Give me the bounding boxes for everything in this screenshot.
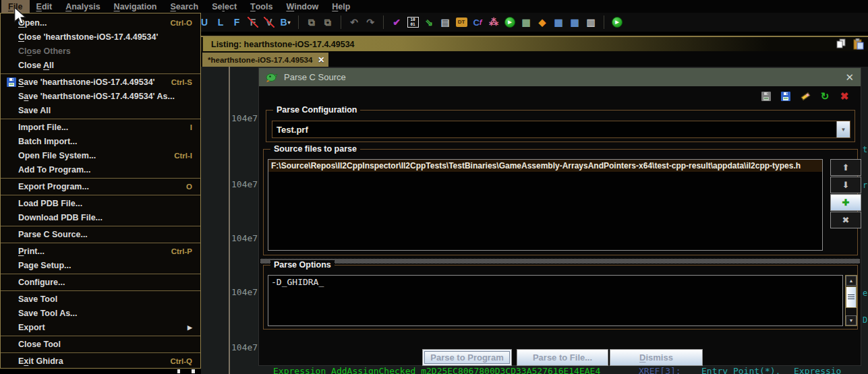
- parse-options-textarea[interactable]: -D_GHIDRA_: [268, 275, 843, 326]
- table-export-icon[interactable]: ▦: [569, 16, 581, 28]
- menu-shortcut: Ctrl-Q: [158, 357, 192, 365]
- toolbar-separator: [604, 15, 604, 29]
- snapshot-out-icon[interactable]: ⧉: [322, 16, 334, 28]
- delete-profile-icon[interactable]: ✖: [838, 90, 851, 102]
- menu-item-print[interactable]: Print...Ctrl-P: [1, 244, 200, 258]
- snapshot-in-icon[interactable]: ⧉: [306, 16, 318, 28]
- menu-item-label: Exit Ghidra: [18, 356, 63, 366]
- menu-item-download-pdb-file[interactable]: Download PDB File...: [1, 210, 200, 224]
- menubar-item-help[interactable]: Help: [325, 0, 357, 13]
- import-arrow-icon[interactable]: ⇘: [423, 16, 435, 28]
- tab-close-icon[interactable]: ✕: [318, 55, 324, 65]
- tab-hearthstone[interactable]: *hearthstone-iOS-17.4.49534 ✕: [202, 53, 328, 67]
- binary-view-icon[interactable]: 1001: [407, 16, 419, 28]
- scrollbar-thumb[interactable]: [846, 286, 857, 308]
- listing-xref-label: XREF[3]:: [639, 366, 681, 374]
- remove-file-button[interactable]: ✖: [830, 212, 861, 228]
- paste-icon[interactable]: [853, 38, 864, 50]
- menu-item-exit-ghidra[interactable]: Exit GhidraCtrl-Q: [1, 354, 200, 368]
- parse-options-label: Parse Options: [270, 260, 335, 270]
- table-view-icon[interactable]: ▦: [552, 16, 565, 28]
- menu-item-label: Parse C Source...: [18, 230, 88, 239]
- menu-shortcut: Ctrl-S: [159, 78, 192, 86]
- parse-options-scrollbar[interactable]: ▲ ▼: [845, 275, 857, 326]
- copy-icon[interactable]: [836, 38, 846, 49]
- menu-item-open-file-system[interactable]: Open File System...Ctrl-I: [1, 148, 200, 162]
- menu-item-save-hearthstone-ios-17-4-49534-as[interactable]: Save 'hearthstone-iOS-17.4.49534' As...: [1, 89, 200, 103]
- memory-map-icon[interactable]: ▤: [439, 16, 451, 28]
- address-label: 104e7: [231, 342, 258, 352]
- menubar: FileEditAnalysisNavigationSearchSelectTo…: [0, 0, 868, 13]
- menu-item-import-file[interactable]: Import File...I: [1, 120, 200, 134]
- menu-item-save-hearthstone-ios-17-4-49534[interactable]: Save 'hearthstone-iOS-17.4.49534'Ctrl-S: [1, 75, 200, 89]
- label-toggle-icon[interactable]: L: [214, 16, 227, 28]
- menu-item-save-tool[interactable]: Save Tool: [1, 292, 200, 306]
- ghidra-window: ULFFVB▾⧉⧉↶↷✔1001⇘▤DTCf⁂▶▦◆▦▦▥▶ Listing: …: [0, 0, 868, 374]
- dialog-button-row: Parse to ProgramParse to File...Dismiss: [259, 349, 861, 367]
- parse-configuration-label: Parse Configuration: [273, 105, 360, 115]
- menu-item-save-tool-as[interactable]: Save Tool As...: [1, 306, 200, 320]
- menu-item-close-hearthstone-ios-17-4-49534[interactable]: Close 'hearthstone-iOS-17.4.49534': [1, 30, 200, 44]
- menubar-item-edit[interactable]: Edit: [30, 0, 59, 13]
- address-label: 104e7: [231, 179, 258, 189]
- splitpane-divider[interactable]: [260, 259, 860, 263]
- menubar-item-window[interactable]: Window: [279, 0, 325, 13]
- data-type-manager-icon[interactable]: DT: [455, 16, 467, 28]
- parse-to-program-button[interactable]: Parse to Program: [422, 349, 512, 366]
- save-icon: [5, 77, 18, 87]
- c-function-icon[interactable]: Cf: [471, 16, 484, 28]
- menu-item-close-all[interactable]: Close All: [1, 58, 200, 72]
- menu-item-export[interactable]: Export▶: [1, 320, 200, 334]
- redo-icon[interactable]: ↷: [364, 16, 376, 28]
- menubar-item-select[interactable]: Select: [205, 0, 243, 13]
- call-tree-icon[interactable]: ⁂: [488, 16, 500, 28]
- byte-toggle-icon[interactable]: B▾: [279, 16, 291, 28]
- dismiss-button[interactable]: Dismiss: [610, 349, 703, 366]
- menu-item-load-pdb-file[interactable]: Load PDB File...: [1, 196, 200, 210]
- dialog-titlebar[interactable]: Parse C Source ✕: [259, 68, 861, 86]
- memory-chip-icon[interactable]: ▦: [520, 16, 532, 28]
- run-green-icon[interactable]: ▶: [504, 16, 516, 28]
- menu-item-parse-c-source[interactable]: Parse C Source...: [1, 227, 200, 241]
- parse-c-source-dialog: Parse C Source ✕ ↻✖ Parse Configuration …: [258, 67, 861, 366]
- menu-item-save-all[interactable]: Save All: [1, 103, 200, 117]
- chart-icon[interactable]: ▥: [585, 16, 597, 28]
- clear-profile-icon[interactable]: [799, 90, 812, 102]
- menu-item-add-to-program[interactable]: Add To Program...: [1, 162, 200, 177]
- listing-symbol-label: Expression_AddAssignChecked_m2D25EC80678…: [273, 366, 600, 374]
- diamond-icon[interactable]: ◆: [536, 16, 548, 28]
- menubar-item-tools[interactable]: Tools: [243, 0, 279, 13]
- listing-xref-tail: Expressio: [794, 366, 841, 374]
- run-script-icon[interactable]: ▶: [611, 16, 623, 28]
- source-file-row[interactable]: F:\Source\Repos\Il2CppInspector\Il2CppTe…: [268, 160, 822, 172]
- source-files-list[interactable]: F:\Source\Repos\Il2CppInspector\Il2CppTe…: [268, 159, 823, 251]
- function-toggle-icon[interactable]: F: [231, 16, 243, 28]
- listing-header[interactable]: Listing: hearthstone-iOS-17.4.49534: [201, 37, 868, 51]
- parse-to-file-button[interactable]: Parse to File...: [517, 349, 608, 366]
- menu-item-label: Export: [18, 323, 45, 332]
- toolbar-separator: [383, 15, 384, 29]
- menubar-item-navigation[interactable]: Navigation: [107, 0, 164, 13]
- function-hide-icon[interactable]: F: [247, 16, 259, 28]
- refresh-icon[interactable]: ↻: [818, 90, 832, 102]
- menubar-item-search[interactable]: Search: [164, 0, 206, 13]
- add-file-button[interactable]: ✚: [830, 194, 861, 211]
- move-down-button[interactable]: ⬇: [830, 177, 861, 193]
- scroll-down-icon[interactable]: ▼: [846, 315, 857, 325]
- move-up-button[interactable]: ⬆: [830, 159, 861, 176]
- menu-item-page-setup[interactable]: Page Setup...: [1, 258, 200, 272]
- parse-configuration-combobox[interactable]: Test.prf ▼: [272, 121, 850, 138]
- validate-icon[interactable]: ✔: [390, 16, 403, 28]
- menu-item-open[interactable]: Open...Ctrl-O: [1, 15, 200, 30]
- undo-icon[interactable]: ↶: [348, 16, 360, 28]
- menubar-item-analysis[interactable]: Analysis: [59, 0, 107, 13]
- menu-item-close-tool[interactable]: Close Tool: [1, 337, 200, 351]
- dialog-close-icon[interactable]: ✕: [845, 71, 854, 84]
- menu-item-batch-import[interactable]: Batch Import...: [1, 134, 200, 148]
- scroll-up-icon[interactable]: ▲: [846, 276, 857, 286]
- menu-item-configure[interactable]: Configure...: [1, 275, 200, 289]
- combobox-dropdown-icon[interactable]: ▼: [836, 121, 850, 137]
- variable-hide-icon[interactable]: V: [263, 16, 275, 28]
- menu-item-export-program[interactable]: Export Program...O: [1, 179, 200, 193]
- save-profile-as-icon[interactable]: [779, 90, 792, 102]
